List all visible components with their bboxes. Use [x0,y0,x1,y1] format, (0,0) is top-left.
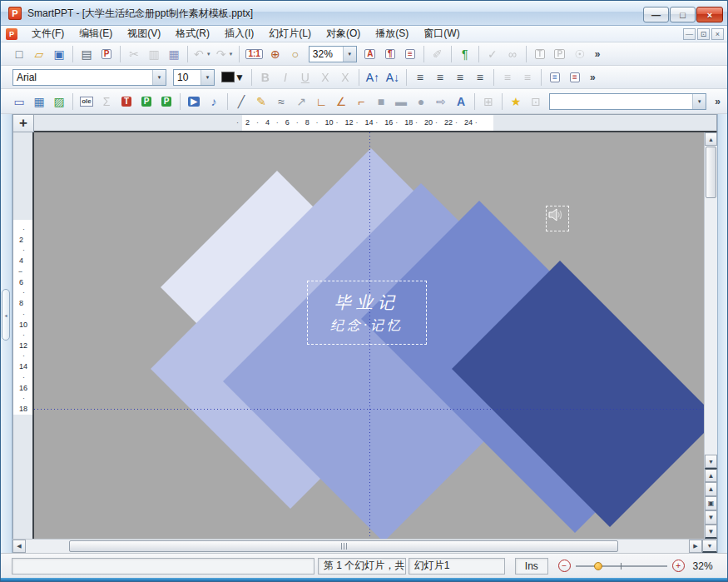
previous-slide-button[interactable]: ▲ [705,482,717,496]
outline-numbering-button[interactable]: ≡ [400,44,420,64]
mdi-minimize-button[interactable]: — [683,28,696,40]
menu-item-insert[interactable]: 插入(I) [217,25,261,42]
insert-ole-object-button[interactable]: ole [77,92,97,112]
underline-button[interactable]: U [295,67,315,87]
chevron-down-icon[interactable]: ▼ [343,47,356,62]
horizontal-scrollbar[interactable]: ◀ ▶ ▼ [12,539,717,553]
bullet-list-button[interactable]: ≡ [545,67,565,87]
open-button[interactable]: ▱ [29,44,49,64]
edit-points-button[interactable]: ⊡ [526,92,546,112]
align-center-button[interactable]: ≡ [450,67,470,87]
numbered-list-button[interactable]: ≡ [565,67,585,87]
zoom-slider[interactable]: − + [558,560,685,572]
first-slide-button[interactable]: ▲ [705,468,717,482]
group-button[interactable]: ⊞ [478,92,498,112]
menu-item-object[interactable]: 对象(O) [319,25,368,42]
fontwork-button[interactable]: A [451,92,471,112]
menu-item-edit[interactable]: 编辑(E) [72,25,120,42]
increase-indent-button[interactable]: ≡ [518,67,537,87]
polyline-tool-button[interactable]: ∟ [311,92,331,112]
align-left-button[interactable]: ≡ [410,67,430,87]
menu-item-window[interactable]: 窗口(W) [416,25,467,42]
toolbar1-overflow-button[interactable]: » [592,48,604,60]
web-preview-button[interactable]: ☉ [570,44,590,64]
zoom-in-slider-button[interactable]: + [672,560,685,572]
slide-overview-button[interactable]: ▣ [705,496,717,510]
zoom-slider-track[interactable] [576,565,667,567]
paste-button[interactable]: ▦ [164,44,184,64]
italic-button[interactable]: I [275,67,295,87]
increase-font-button[interactable]: A↑ [363,67,383,87]
rounded-rectangle-tool-button[interactable]: ▬ [391,92,411,112]
zoom-out-slider-button[interactable]: − [558,560,571,572]
go-to-last-slide-corner-button[interactable]: ▼ [702,540,717,553]
zoom-level-combo[interactable]: 32%▼ [309,46,357,62]
chevron-down-icon[interactable]: ▼ [692,94,706,109]
align-right-button[interactable]: ≡ [430,67,450,87]
zoom-in-button[interactable]: ⊕ [265,44,285,64]
scroll-left-button[interactable]: ◀ [12,540,26,553]
line-tool-button[interactable]: ╱ [231,92,251,112]
basic-shapes-button[interactable]: ⇨ [431,92,451,112]
vertical-scroll-thumb[interactable] [706,147,716,198]
export-pdf-button[interactable]: P [97,44,116,64]
presentation-object-button[interactable]: P [550,44,570,64]
toolbar2-overflow-button[interactable]: » [587,72,599,83]
text-document-button[interactable]: ¶ [380,44,400,64]
justify-button[interactable]: ≡ [470,67,490,87]
strikethrough-button[interactable]: X [315,67,335,87]
polyline-filled-tool-button[interactable]: ∠ [331,92,351,112]
decrease-font-button[interactable]: A↓ [383,67,403,87]
chevron-down-icon[interactable]: ▼ [206,52,211,57]
audio-object[interactable] [546,206,569,231]
copy-button[interactable]: ▥ [144,44,164,64]
close-button[interactable]: × [696,7,723,22]
menu-item-play[interactable]: 播放(S) [368,25,416,42]
connector-tool-button[interactable]: ⌐ [351,92,371,112]
spellcheck-button[interactable]: ✓ [483,44,503,64]
curve-tool-button[interactable]: ≈ [271,92,291,112]
insert-text-frame-button[interactable]: ▭ [9,92,29,112]
print-button[interactable]: ▤ [77,44,97,64]
text-object-button[interactable]: T [530,44,550,64]
title-text-box[interactable]: 毕业记 纪念·记忆 [307,281,427,345]
arrow-tool-button[interactable]: ↗ [291,92,311,112]
vertical-scroll-track[interactable] [705,146,717,455]
scroll-down-button[interactable]: ▼ [705,455,717,468]
ellipse-tool-button[interactable]: ● [411,92,431,112]
toolbar3-overflow-button[interactable]: » [711,96,724,107]
insert-table-button[interactable]: ▦ [29,92,49,112]
chevron-down-icon[interactable]: ▼ [228,52,233,57]
cut-button[interactable]: ✂ [124,44,144,64]
menu-item-format[interactable]: 格式(R) [168,25,217,42]
scroll-up-button[interactable]: ▲ [705,132,717,146]
scroll-right-button[interactable]: ▶ [689,540,702,553]
panel-splitter-handle[interactable]: ◂ [2,289,10,341]
menu-item-file[interactable]: 文件(F) [24,25,72,42]
font-size-combo[interactable]: 10▼ [173,69,215,86]
minimize-button[interactable]: — [643,7,669,22]
mdi-close-button[interactable]: × [711,28,724,40]
save-button[interactable]: ▣ [49,44,69,64]
insert-text-art-button[interactable]: T [116,92,136,112]
format-paintbrush-button[interactable]: ✐ [428,44,448,64]
bold-button[interactable]: B [255,67,275,87]
ruler-origin-button[interactable]: + [12,114,34,132]
next-slide-button[interactable]: ▼ [705,510,717,525]
redo-button[interactable]: ↷▼ [214,44,236,64]
decrease-indent-button[interactable]: ≡ [498,67,518,87]
chevron-down-icon[interactable]: ▼ [152,70,166,85]
slide-canvas[interactable]: 毕业记 纪念·记忆 [34,132,704,539]
insert-audio-button[interactable]: ♪ [204,92,224,112]
rectangle-tool-button[interactable]: ■ [371,92,391,112]
undo-button[interactable]: ↶▼ [191,44,214,64]
insert-placeholder-button[interactable]: P [136,92,156,112]
shadow-button[interactable]: X [335,67,355,87]
zoom-out-button[interactable]: ○ [285,44,305,64]
shape-style-combo[interactable]: ▼ [549,93,706,110]
new-document-button[interactable]: □ [9,44,29,64]
zoom-100-button[interactable]: 1:1 [243,44,265,64]
menu-item-view[interactable]: 视图(V) [120,25,168,42]
mdi-restore-button[interactable]: ⊡ [697,28,710,40]
chevron-down-icon[interactable]: ▼ [201,70,214,85]
